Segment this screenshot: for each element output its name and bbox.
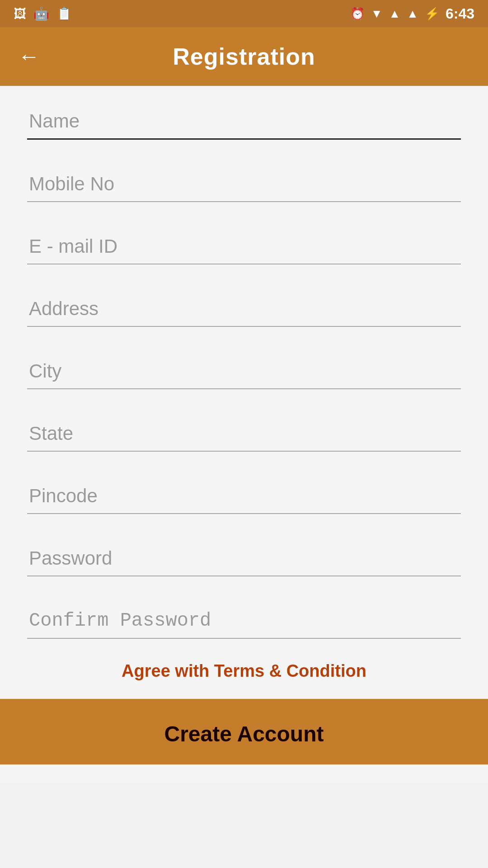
notification-icon: 📋 bbox=[56, 6, 72, 21]
pincode-field-group bbox=[27, 470, 461, 514]
status-bar: 🖼 🤖 📋 ⏰ ▼ ▲ ▲ ⚡ 6:43 bbox=[0, 0, 488, 27]
create-account-button[interactable]: Create Account bbox=[0, 699, 488, 764]
image-icon: 🖼 bbox=[14, 6, 26, 21]
app-bar: ← Registration bbox=[0, 27, 488, 86]
alarm-icon: ⏰ bbox=[350, 7, 365, 21]
email-field-group bbox=[27, 220, 461, 264]
status-time: 6:43 bbox=[446, 5, 474, 22]
wifi-icon: ▼ bbox=[371, 7, 383, 21]
confirm-password-input[interactable] bbox=[27, 604, 461, 639]
signal2-icon: ▲ bbox=[407, 7, 418, 21]
status-icons-left: 🖼 🤖 📋 bbox=[14, 6, 72, 21]
battery-icon: ⚡ bbox=[425, 7, 439, 21]
mobile-field-group bbox=[27, 158, 461, 202]
terms-link[interactable]: Agree with Terms & Condition bbox=[27, 657, 461, 685]
password-field-group bbox=[27, 532, 461, 576]
signal1-icon: ▲ bbox=[389, 7, 400, 21]
state-input[interactable] bbox=[27, 416, 461, 452]
confirm-password-field-group bbox=[27, 594, 461, 639]
pincode-input[interactable] bbox=[27, 479, 461, 514]
password-input[interactable] bbox=[27, 541, 461, 576]
name-field-group bbox=[27, 95, 461, 140]
city-input[interactable] bbox=[27, 354, 461, 389]
status-icons-right: ⏰ ▼ ▲ ▲ ⚡ 6:43 bbox=[350, 5, 474, 22]
name-input[interactable] bbox=[27, 104, 461, 140]
address-field-group bbox=[27, 283, 461, 327]
city-field-group bbox=[27, 345, 461, 389]
email-input[interactable] bbox=[27, 229, 461, 264]
back-button[interactable]: ← bbox=[18, 46, 40, 67]
page-title: Registration bbox=[173, 43, 315, 70]
address-input[interactable] bbox=[27, 292, 461, 327]
state-field-group bbox=[27, 407, 461, 452]
android-icon: 🤖 bbox=[33, 6, 49, 21]
mobile-input[interactable] bbox=[27, 167, 461, 202]
registration-form: Agree with Terms & Condition Create Acco… bbox=[0, 86, 488, 783]
